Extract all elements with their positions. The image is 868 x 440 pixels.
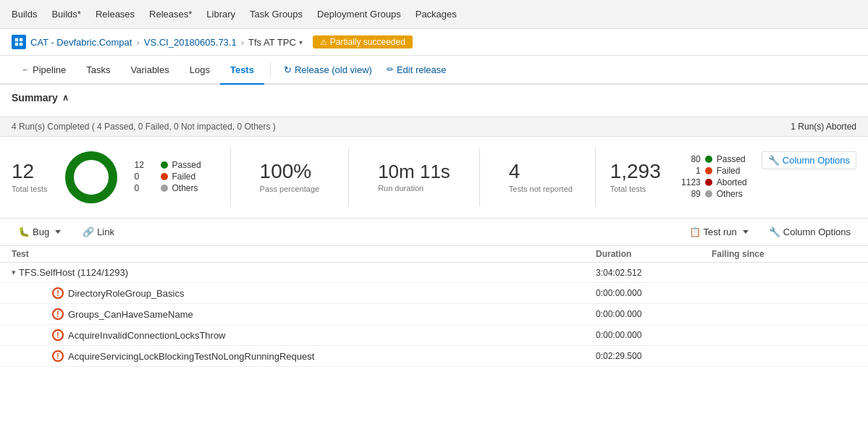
bug-chevron (55, 230, 61, 234)
nav-releases[interactable]: Releases (96, 9, 135, 20)
legend-others-left: 0 Others (135, 183, 201, 193)
right-legend-aborted: 1123 Aborted (675, 177, 747, 187)
tab-action-edit-release[interactable]: ✏ Edit release (379, 64, 454, 75)
right-legend-others: 89 Others (675, 189, 747, 199)
nav-task-groups[interactable]: Task Groups (250, 9, 303, 20)
right-legend: 80 Passed 1 Failed 1123 Aborted 89 Other… (675, 154, 747, 200)
tab-variables[interactable]: Variables (121, 56, 180, 85)
legend-passed-label: Passed (172, 160, 201, 170)
tab-tests[interactable]: Tests (220, 56, 264, 85)
column-options-btn[interactable]: 🔧 Column Options (762, 151, 856, 169)
tab-pipeline[interactable]: ← Pipeline (12, 56, 76, 85)
nav-deployment-groups[interactable]: Deployment Groups (317, 9, 401, 20)
test-run-button[interactable]: 📋 Test run (683, 224, 754, 240)
table-header: Test Duration Failing since (0, 246, 868, 263)
stats-bar-right-text: 1 Run(s) Aborted (791, 122, 856, 132)
toolbar-right: 📋 Test run 🔧 Column Options (683, 224, 856, 240)
total-tests-right-label: Total tests (610, 185, 646, 193)
summary-section: Summary ∧ (0, 85, 868, 111)
row-duration: 0:00:00.000 (596, 330, 712, 340)
right-stat-group: 1,293 Total tests 80 Passed 1 Failed 112… (610, 148, 856, 206)
bug-button[interactable]: 🐛 Bug (12, 223, 67, 241)
nav-builds-star[interactable]: Builds* (51, 9, 80, 20)
column-options-toolbar-button[interactable]: 🔧 Column Options (763, 224, 856, 240)
col-failing-since: Failing since (712, 249, 856, 259)
toolbar: 🐛 Bug 🔗 Link 📋 Test run 🔧 Column Options (0, 219, 868, 246)
group-name: TFS.SelfHost (1124/1293) (19, 267, 128, 278)
left-stat-group: 12 Total tests 12 Passed 0 Failed (12, 148, 581, 206)
toolbar-left: 🐛 Bug 🔗 Link (12, 223, 121, 241)
right-aborted-label: Aborted (717, 177, 747, 187)
tab-logs[interactable]: Logs (180, 56, 220, 85)
test-name-text: AcquireServicingLockBlockingTestNoLongRu… (68, 351, 314, 362)
main-divider (595, 148, 596, 206)
legend-passed-count: 12 (135, 160, 156, 170)
nav-releases-star[interactable]: Releases* (149, 9, 192, 20)
row-duration: 0:00:00.000 (596, 309, 712, 319)
right-passed-dot (705, 156, 712, 163)
table-row[interactable]: ! Groups_CanHaveSameName 0:00:00.000 (0, 304, 868, 325)
run-duration-block: 10m 11s Run duration (378, 162, 450, 192)
column-options-icon: 🔧 (768, 155, 780, 166)
test-name-text: Groups_CanHaveSameName (68, 309, 193, 320)
svg-rect-3 (20, 43, 22, 46)
tab-row: ← Pipeline Tasks Variables Logs Tests ↻ … (0, 56, 868, 85)
column-options-section: 🔧 Column Options (762, 151, 856, 169)
table-row[interactable]: ! AcquireServicingLockBlockingTestNoLong… (0, 346, 868, 367)
stat-divider-3 (479, 148, 480, 206)
nav-builds[interactable]: Builds (12, 9, 37, 20)
table-row[interactable]: ! DirectoryRoleGroup_Basics 0:00:00.000 (0, 283, 868, 304)
tab-divider (270, 62, 271, 77)
test-icon: ! (52, 329, 64, 341)
expand-toggle[interactable]: ▾ (12, 268, 16, 277)
right-aborted-dot (705, 179, 712, 186)
right-others-count: 89 (675, 189, 701, 199)
nav-library[interactable]: Library (206, 9, 235, 20)
total-tests-right-number: 1,293 (610, 161, 661, 182)
tests-not-reported-number: 4 (509, 161, 521, 182)
stats-bar-left-text: 4 Run(s) Completed ( 4 Passed, 0 Failed,… (12, 122, 276, 132)
tab-tasks[interactable]: Tasks (76, 56, 120, 85)
top-navigation: Builds Builds* Releases Releases* Librar… (0, 0, 868, 29)
svg-rect-0 (15, 38, 18, 41)
svg-point-5 (77, 163, 106, 192)
pass-percentage-number: 100% (260, 161, 312, 182)
test-icon: ! (52, 350, 64, 362)
tests-not-reported-block: 4 Tests not reported (509, 161, 573, 193)
total-tests-left: 12 Total tests (12, 161, 48, 193)
breadcrumb-build[interactable]: VS.CI_20180605.73.1 (144, 37, 237, 48)
right-legend-failed: 1 Failed (675, 166, 747, 176)
stat-divider-2 (348, 148, 349, 206)
passed-dot (161, 161, 168, 169)
nav-packages[interactable]: Packages (416, 9, 457, 20)
test-icon: ! (52, 287, 64, 299)
link-button[interactable]: 🔗 Link (76, 223, 121, 241)
right-others-label: Others (717, 189, 743, 199)
table-body: ▾ TFS.SelfHost (1124/1293) 3:04:02.512 !… (0, 263, 868, 367)
table-row[interactable]: ! AcquireInvalidConnectionLocksThrow 0:0… (0, 325, 868, 346)
tab-action-release-old-view[interactable]: ↻ Release (old view) (277, 64, 379, 75)
test-name-text: DirectoryRoleGroup_Basics (68, 288, 184, 299)
project-icon (12, 35, 26, 49)
breadcrumb-row: CAT - Devfabric.Compat › VS.CI_20180605.… (0, 29, 868, 56)
total-tests-left-label: Total tests (12, 185, 48, 193)
test-icon: ! (52, 308, 64, 320)
run-duration-label: Run duration (378, 184, 424, 192)
breadcrumb-stage[interactable]: Tfs AT TPC ▾ (248, 37, 303, 48)
others-dot (161, 185, 168, 192)
table-row[interactable]: ▾ TFS.SelfHost (1124/1293) 3:04:02.512 (0, 263, 868, 283)
right-legend-passed: 80 Passed (675, 154, 747, 164)
stats-area: 12 Total tests 12 Passed 0 Failed (0, 137, 868, 219)
summary-header[interactable]: Summary ∧ (12, 92, 856, 103)
breadcrumb-project[interactable]: CAT - Devfabric.Compat (30, 37, 132, 48)
legend-failed-label: Failed (172, 172, 196, 182)
left-legend: 12 Passed 0 Failed 0 Others (135, 160, 201, 195)
pass-percentage-label: Pass percentage (260, 185, 320, 193)
col-duration: Duration (596, 249, 712, 259)
right-passed-count: 80 (675, 154, 701, 164)
tests-not-reported-label: Tests not reported (509, 185, 573, 193)
link-icon: 🔗 (83, 227, 94, 237)
right-failed-label: Failed (717, 166, 741, 176)
row-duration: 0:00:00.000 (596, 288, 712, 298)
summary-chevron: ∧ (62, 93, 69, 103)
